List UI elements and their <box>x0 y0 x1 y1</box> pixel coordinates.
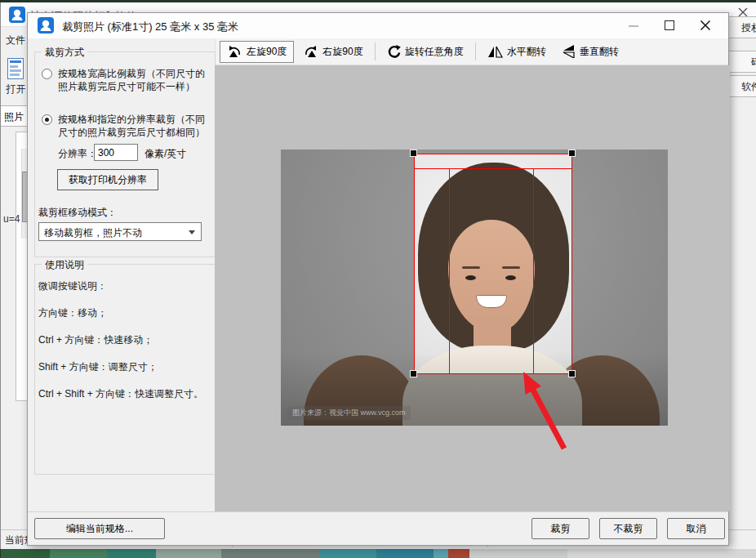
crop-dim-overlay <box>281 154 414 374</box>
crop-handle-top-right[interactable] <box>568 150 576 157</box>
crop-box[interactable] <box>414 154 572 374</box>
rotate-any-angle-label: 旋转任意角度 <box>405 45 464 59</box>
radio-crop-by-ratio-label: 按规格宽高比例裁剪（不同尺寸的照片裁剪完后尺寸可能不一样） <box>58 67 210 93</box>
cancel-button[interactable]: 取消 <box>667 518 725 539</box>
move-mode-value: 移动裁剪框，照片不动 <box>44 226 142 240</box>
open-document-icon <box>7 58 24 79</box>
crop-handle-bottom-left[interactable] <box>410 370 417 377</box>
instructions-group-title: 使用说明 <box>42 258 87 272</box>
rotate-any-angle-button[interactable]: 旋转任意角度 <box>380 41 471 63</box>
instruction-line: Ctrl + 方向键：快速移动； <box>38 333 153 347</box>
footer-divider <box>28 511 728 512</box>
rotate-any-angle-icon <box>387 45 401 59</box>
crop-head-guide-line <box>414 168 572 169</box>
radio-crop-by-resolution-label: 按规格和指定的分辨率裁剪（不同尺寸的照片裁剪完后尺寸都相同） <box>58 113 210 139</box>
maximize-icon <box>665 20 674 30</box>
crop-dim-overlay <box>572 154 668 374</box>
toolbar-separator <box>375 42 376 60</box>
minimize-icon <box>629 25 638 27</box>
crop-mode-group: 裁剪方式 按规格宽高比例裁剪（不同尺寸的照片裁剪完后尺寸可能不一样） 按规格和指… <box>34 51 216 257</box>
radio-icon <box>42 69 52 79</box>
flip-vertical-label: 垂直翻转 <box>580 45 619 59</box>
rotate-toolbar: 左旋90度 右旋90度 旋转任意角度 <box>215 38 728 65</box>
dialog-title: 裁剪照片 (标准1寸) 25 毫米 x 35 毫米 <box>62 20 238 34</box>
photo-watermark: 图片来源：视觉中国 www.vcg.com <box>287 406 411 420</box>
resolution-input[interactable] <box>94 144 138 161</box>
instruction-line: Ctrl + Shift + 方向键：快速调整尺寸。 <box>38 387 203 401</box>
instruction-line: Shift + 方向键：调整尺寸； <box>38 360 158 374</box>
crop-handle-top-left[interactable] <box>410 150 417 157</box>
resolution-unit: 像素/英寸 <box>145 147 186 161</box>
instruction-line: 方向键：移动； <box>38 306 107 320</box>
crop-face-guide-right <box>533 168 534 374</box>
rotate-left-label: 左旋90度 <box>247 45 287 59</box>
rotate-right-90-button[interactable]: 右旋90度 <box>296 41 370 63</box>
radio-crop-by-resolution[interactable]: 按规格和指定的分辨率裁剪（不同尺寸的照片裁剪完后尺寸都相同） <box>42 113 210 139</box>
flip-vertical-button[interactable]: 垂直翻转 <box>555 41 626 63</box>
toolbar-separator <box>475 42 476 60</box>
crop-dialog: 裁剪照片 (标准1寸) 25 毫米 x 35 毫米 左旋90度 <box>27 12 729 546</box>
thumbnail-filename[interactable]: u=4 <box>3 213 20 225</box>
portrait-photo: 图片来源：视觉中国 www.vcg.com <box>281 150 668 426</box>
resolution-label: 分辨率： <box>58 147 97 161</box>
minimize-button[interactable] <box>617 13 650 38</box>
open-button-label: 打开 <box>2 83 29 96</box>
radio-checked-icon <box>42 114 52 125</box>
open-button[interactable]: 打开 <box>2 56 29 102</box>
photo-strip <box>1 549 756 558</box>
screen: 神奇证件照片打印软件 3.0 文件 打开 照片 u=4 授权 码 软件 当前规格… <box>0 0 756 558</box>
rotate-left-90-button[interactable]: 左旋90度 <box>220 41 294 63</box>
close-icon <box>700 20 711 31</box>
maximize-button[interactable] <box>653 13 686 38</box>
move-mode-label: 裁剪框移动模式： <box>38 206 117 220</box>
instruction-line: 微调按键说明： <box>38 279 107 293</box>
crop-face-guide-left <box>449 168 450 374</box>
flip-horizontal-label: 水平翻转 <box>507 45 546 59</box>
close-button[interactable] <box>689 13 722 38</box>
flip-horizontal-icon <box>487 46 503 58</box>
rotate-right-icon <box>303 46 318 58</box>
app-icon <box>9 7 25 23</box>
flip-horizontal-button[interactable]: 水平翻转 <box>480 41 554 63</box>
red-pointer-arrow <box>513 362 578 460</box>
chevron-down-icon <box>189 230 195 234</box>
rotate-right-label: 右旋90度 <box>322 45 362 59</box>
crop-button[interactable]: 裁剪 <box>531 518 589 539</box>
flip-vertical-icon <box>563 45 576 58</box>
no-crop-button[interactable]: 不裁剪 <box>599 518 657 539</box>
crop-canvas: 图片来源：视觉中国 www.vcg.com <box>215 65 730 511</box>
move-mode-dropdown[interactable]: 移动裁剪框，照片不动 <box>38 222 202 241</box>
crop-mode-group-title: 裁剪方式 <box>42 46 87 60</box>
rotate-left-icon <box>227 46 242 58</box>
get-printer-resolution-button[interactable]: 获取打印机分辨率 <box>57 169 158 190</box>
radio-crop-by-ratio[interactable]: 按规格宽高比例裁剪（不同尺寸的照片裁剪完后尺寸可能不一样） <box>42 67 210 93</box>
instructions-group: 使用说明 微调按键说明： 方向键：移动； Ctrl + 方向键：快速移动； Sh… <box>34 264 216 475</box>
dialog-titlebar[interactable]: 裁剪照片 (标准1寸) 25 毫米 x 35 毫米 <box>28 13 728 38</box>
edit-current-spec-button[interactable]: 编辑当前规格... <box>34 518 165 539</box>
app-icon <box>38 17 54 33</box>
